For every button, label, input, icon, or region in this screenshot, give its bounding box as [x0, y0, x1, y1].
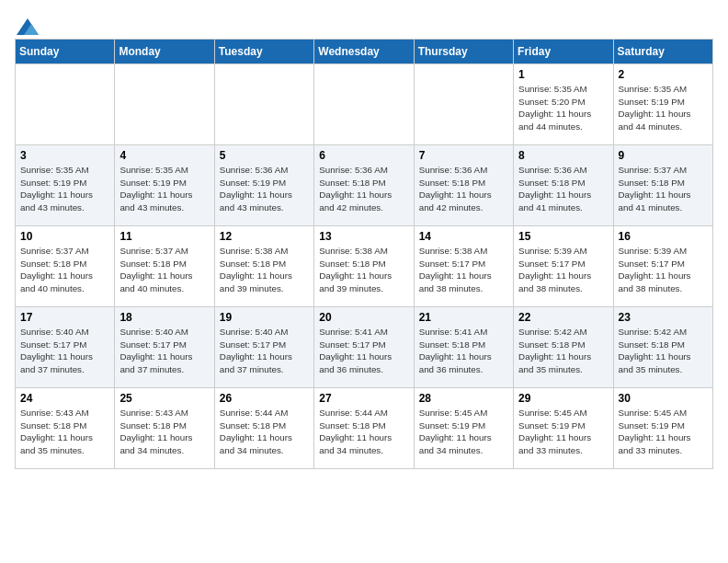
logo [15, 18, 39, 31]
calendar-header-tuesday: Tuesday [214, 40, 313, 64]
calendar-cell: 27Sunrise: 5:44 AM Sunset: 5:18 PM Dayli… [314, 388, 414, 469]
calendar-cell: 18Sunrise: 5:40 AM Sunset: 5:17 PM Dayli… [115, 307, 214, 388]
calendar-cell: 15Sunrise: 5:39 AM Sunset: 5:17 PM Dayli… [514, 226, 613, 307]
day-info: Sunrise: 5:41 AM Sunset: 5:17 PM Dayligh… [319, 326, 408, 376]
calendar-cell: 26Sunrise: 5:44 AM Sunset: 5:18 PM Dayli… [214, 388, 313, 469]
calendar-cell: 19Sunrise: 5:40 AM Sunset: 5:17 PM Dayli… [214, 307, 313, 388]
calendar-header-saturday: Saturday [613, 40, 712, 64]
day-number: 16 [619, 230, 708, 243]
calendar-cell: 4Sunrise: 5:35 AM Sunset: 5:19 PM Daylig… [115, 145, 214, 226]
day-info: Sunrise: 5:42 AM Sunset: 5:18 PM Dayligh… [518, 326, 608, 376]
calendar-cell: 21Sunrise: 5:41 AM Sunset: 5:18 PM Dayli… [414, 307, 513, 388]
day-info: Sunrise: 5:45 AM Sunset: 5:19 PM Dayligh… [518, 407, 608, 457]
day-number: 6 [319, 149, 408, 162]
calendar-cell: 13Sunrise: 5:38 AM Sunset: 5:18 PM Dayli… [314, 226, 414, 307]
calendar-cell: 3Sunrise: 5:35 AM Sunset: 5:19 PM Daylig… [16, 145, 115, 226]
day-number: 26 [220, 392, 309, 405]
day-info: Sunrise: 5:35 AM Sunset: 5:19 PM Dayligh… [619, 83, 708, 133]
day-info: Sunrise: 5:35 AM Sunset: 5:20 PM Dayligh… [518, 83, 608, 133]
day-number: 7 [419, 149, 508, 162]
calendar-cell: 6Sunrise: 5:36 AM Sunset: 5:18 PM Daylig… [314, 145, 414, 226]
calendar-cell: 17Sunrise: 5:40 AM Sunset: 5:17 PM Dayli… [16, 307, 115, 388]
day-info: Sunrise: 5:36 AM Sunset: 5:19 PM Dayligh… [220, 164, 309, 214]
calendar-cell: 5Sunrise: 5:36 AM Sunset: 5:19 PM Daylig… [214, 145, 313, 226]
day-number: 10 [20, 230, 109, 243]
day-number: 17 [20, 311, 109, 324]
day-number: 4 [119, 149, 209, 162]
calendar-cell: 29Sunrise: 5:45 AM Sunset: 5:19 PM Dayli… [514, 388, 613, 469]
day-number: 28 [419, 392, 508, 405]
calendar-cell: 8Sunrise: 5:36 AM Sunset: 5:18 PM Daylig… [514, 145, 613, 226]
day-number: 1 [518, 68, 608, 81]
calendar-week-row: 1Sunrise: 5:35 AM Sunset: 5:20 PM Daylig… [16, 64, 713, 145]
day-info: Sunrise: 5:45 AM Sunset: 5:19 PM Dayligh… [419, 407, 508, 457]
day-number: 20 [319, 311, 408, 324]
calendar-cell [414, 64, 513, 145]
day-number: 8 [518, 149, 608, 162]
day-info: Sunrise: 5:38 AM Sunset: 5:18 PM Dayligh… [220, 245, 309, 295]
calendar-cell: 30Sunrise: 5:45 AM Sunset: 5:19 PM Dayli… [613, 388, 712, 469]
day-info: Sunrise: 5:38 AM Sunset: 5:17 PM Dayligh… [419, 245, 508, 295]
day-info: Sunrise: 5:42 AM Sunset: 5:18 PM Dayligh… [619, 326, 708, 376]
calendar-header-monday: Monday [115, 40, 214, 64]
day-number: 22 [518, 311, 608, 324]
day-info: Sunrise: 5:40 AM Sunset: 5:17 PM Dayligh… [119, 326, 209, 376]
day-number: 9 [619, 149, 708, 162]
page-header [15, 15, 713, 31]
calendar-header-row: SundayMondayTuesdayWednesdayThursdayFrid… [16, 40, 713, 64]
day-info: Sunrise: 5:37 AM Sunset: 5:18 PM Dayligh… [619, 164, 708, 214]
calendar-week-row: 3Sunrise: 5:35 AM Sunset: 5:19 PM Daylig… [16, 145, 713, 226]
day-info: Sunrise: 5:38 AM Sunset: 5:18 PM Dayligh… [319, 245, 408, 295]
calendar-cell: 10Sunrise: 5:37 AM Sunset: 5:18 PM Dayli… [16, 226, 115, 307]
calendar-cell: 22Sunrise: 5:42 AM Sunset: 5:18 PM Dayli… [514, 307, 613, 388]
calendar-cell [214, 64, 313, 145]
day-info: Sunrise: 5:40 AM Sunset: 5:17 PM Dayligh… [220, 326, 309, 376]
day-info: Sunrise: 5:39 AM Sunset: 5:17 PM Dayligh… [518, 245, 608, 295]
calendar-header-friday: Friday [514, 40, 613, 64]
day-info: Sunrise: 5:36 AM Sunset: 5:18 PM Dayligh… [518, 164, 608, 214]
day-number: 2 [619, 68, 708, 81]
day-info: Sunrise: 5:37 AM Sunset: 5:18 PM Dayligh… [119, 245, 209, 295]
day-info: Sunrise: 5:41 AM Sunset: 5:18 PM Dayligh… [419, 326, 508, 376]
day-info: Sunrise: 5:40 AM Sunset: 5:17 PM Dayligh… [20, 326, 109, 376]
calendar-cell [16, 64, 115, 145]
day-number: 13 [319, 230, 408, 243]
day-number: 23 [619, 311, 708, 324]
day-number: 25 [119, 392, 209, 405]
day-number: 14 [419, 230, 508, 243]
calendar-week-row: 10Sunrise: 5:37 AM Sunset: 5:18 PM Dayli… [16, 226, 713, 307]
day-number: 24 [20, 392, 109, 405]
calendar-cell: 23Sunrise: 5:42 AM Sunset: 5:18 PM Dayli… [613, 307, 712, 388]
calendar-cell: 28Sunrise: 5:45 AM Sunset: 5:19 PM Dayli… [414, 388, 513, 469]
day-info: Sunrise: 5:39 AM Sunset: 5:17 PM Dayligh… [619, 245, 708, 295]
calendar-cell: 25Sunrise: 5:43 AM Sunset: 5:18 PM Dayli… [115, 388, 214, 469]
day-info: Sunrise: 5:45 AM Sunset: 5:19 PM Dayligh… [619, 407, 708, 457]
logo-icon [17, 18, 39, 35]
calendar-header-wednesday: Wednesday [314, 40, 414, 64]
day-info: Sunrise: 5:37 AM Sunset: 5:18 PM Dayligh… [20, 245, 109, 295]
calendar-header-sunday: Sunday [16, 40, 115, 64]
calendar-cell: 24Sunrise: 5:43 AM Sunset: 5:18 PM Dayli… [16, 388, 115, 469]
calendar-cell: 11Sunrise: 5:37 AM Sunset: 5:18 PM Dayli… [115, 226, 214, 307]
day-number: 27 [319, 392, 408, 405]
day-number: 18 [119, 311, 209, 324]
day-info: Sunrise: 5:35 AM Sunset: 5:19 PM Dayligh… [119, 164, 209, 214]
calendar-week-row: 24Sunrise: 5:43 AM Sunset: 5:18 PM Dayli… [16, 388, 713, 469]
day-number: 30 [619, 392, 708, 405]
day-number: 21 [419, 311, 508, 324]
day-info: Sunrise: 5:44 AM Sunset: 5:18 PM Dayligh… [220, 407, 309, 457]
calendar-cell: 7Sunrise: 5:36 AM Sunset: 5:18 PM Daylig… [414, 145, 513, 226]
calendar-cell: 9Sunrise: 5:37 AM Sunset: 5:18 PM Daylig… [613, 145, 712, 226]
calendar-cell: 14Sunrise: 5:38 AM Sunset: 5:17 PM Dayli… [414, 226, 513, 307]
calendar-cell: 20Sunrise: 5:41 AM Sunset: 5:17 PM Dayli… [314, 307, 414, 388]
day-info: Sunrise: 5:36 AM Sunset: 5:18 PM Dayligh… [419, 164, 508, 214]
day-info: Sunrise: 5:43 AM Sunset: 5:18 PM Dayligh… [119, 407, 209, 457]
day-info: Sunrise: 5:44 AM Sunset: 5:18 PM Dayligh… [319, 407, 408, 457]
calendar-cell: 12Sunrise: 5:38 AM Sunset: 5:18 PM Dayli… [214, 226, 313, 307]
calendar-cell [314, 64, 414, 145]
calendar-week-row: 17Sunrise: 5:40 AM Sunset: 5:17 PM Dayli… [16, 307, 713, 388]
day-number: 29 [518, 392, 608, 405]
day-number: 11 [119, 230, 209, 243]
calendar-table: SundayMondayTuesdayWednesdayThursdayFrid… [15, 39, 713, 469]
day-number: 19 [220, 311, 309, 324]
